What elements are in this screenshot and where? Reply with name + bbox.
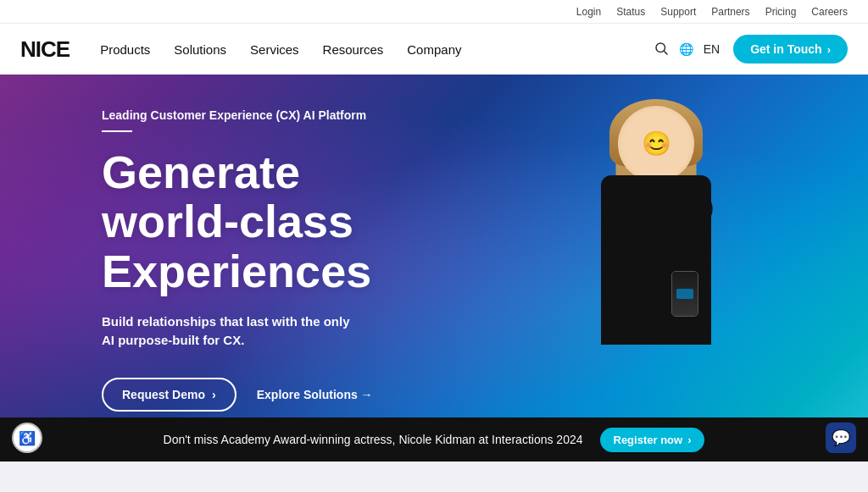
get-in-touch-label: Get in Touch	[750, 42, 822, 56]
nav-links: Products Solutions Services Resources Co…	[100, 42, 640, 57]
nav-resources[interactable]: Resources	[323, 42, 384, 57]
register-now-chevron: ›	[687, 434, 691, 446]
nav-company[interactable]: Company	[407, 42, 461, 57]
hero-subtitle: Leading Customer Experience (CX) AI Plat…	[102, 108, 509, 122]
utility-login[interactable]: Login	[576, 6, 601, 18]
chat-button[interactable]: 💬	[826, 423, 856, 453]
hero-title-line3: Experiences	[102, 246, 371, 296]
person-figure: 😊	[529, 106, 783, 462]
get-in-touch-chevron: ›	[827, 43, 831, 56]
request-demo-label: Request Demo	[122, 388, 205, 401]
svg-line-1	[664, 51, 667, 54]
announcement-text: Don't miss Academy Award-winning actress…	[164, 433, 583, 446]
hero-description: Build relationships that last with the o…	[102, 312, 407, 351]
hero-title-line2: world-class	[102, 196, 353, 246]
hero-title: Generate world-class Experiences	[102, 147, 509, 296]
register-now-button[interactable]: Register now ›	[600, 428, 705, 452]
request-demo-chevron: ›	[212, 388, 216, 401]
lang-label[interactable]: EN	[704, 42, 720, 56]
main-nav: NICE Products Solutions Services Resourc…	[0, 24, 868, 75]
request-demo-button[interactable]: Request Demo ›	[102, 378, 236, 412]
get-in-touch-button[interactable]: Get in Touch ›	[733, 35, 848, 64]
globe-icon[interactable]: 🌐	[679, 42, 693, 56]
hero-section: Leading Customer Experience (CX) AI Plat…	[0, 75, 868, 462]
logo[interactable]: NICE	[20, 36, 70, 63]
nav-icons: 🌐 EN	[654, 41, 720, 58]
hero-subtitle-divider	[102, 130, 132, 132]
hero-person-image: 😊	[495, 89, 817, 462]
svg-point-0	[656, 43, 665, 53]
person-head: 😊	[618, 106, 694, 182]
register-now-label: Register now	[614, 434, 683, 446]
search-icon[interactable]	[654, 41, 669, 58]
hero-buttons: Request Demo › Explore Solutions →	[102, 378, 509, 412]
accessibility-icon: ♿	[19, 430, 36, 446]
accessibility-button[interactable]: ♿	[12, 423, 42, 453]
nav-solutions[interactable]: Solutions	[174, 42, 226, 57]
chat-icon: 💬	[832, 428, 850, 447]
nav-services[interactable]: Services	[250, 42, 299, 57]
announcement-bar: Don't miss Academy Award-winning actress…	[0, 417, 868, 462]
nav-products[interactable]: Products	[100, 42, 150, 57]
hero-title-line1: Generate	[102, 146, 300, 197]
utility-bar: Login Status Support Partners Pricing Ca…	[0, 0, 868, 24]
hero-content: Leading Customer Experience (CX) AI Plat…	[102, 108, 509, 412]
utility-support[interactable]: Support	[660, 6, 696, 18]
utility-careers[interactable]: Careers	[811, 6, 848, 18]
person-smile: 😊	[642, 130, 671, 158]
person-phone	[671, 271, 698, 317]
utility-pricing[interactable]: Pricing	[765, 6, 797, 18]
utility-status[interactable]: Status	[616, 6, 645, 18]
utility-partners[interactable]: Partners	[711, 6, 749, 18]
explore-solutions-button[interactable]: Explore Solutions →	[257, 388, 373, 401]
